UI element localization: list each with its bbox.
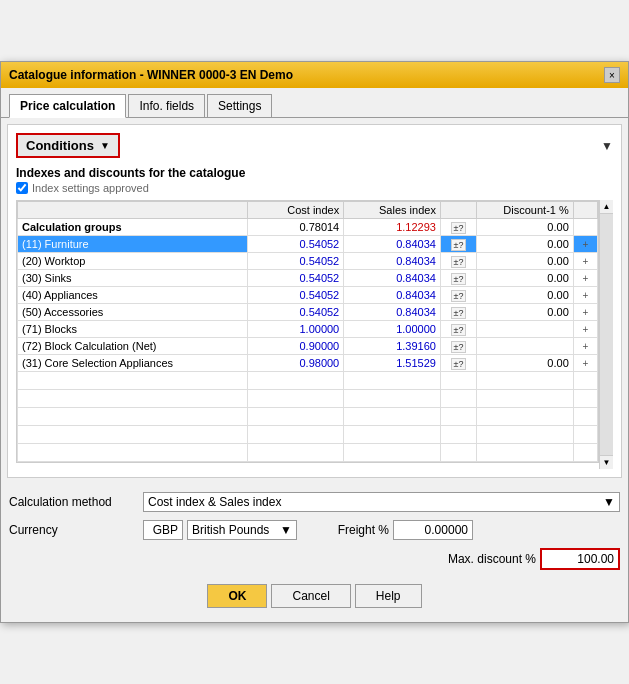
row-sales-index: 0.84034 [344,287,441,304]
row-label: (50) Accessories [18,304,248,321]
row-discount: 0.00 [477,253,574,270]
freight-label: Freight % [309,523,389,537]
currency-name-dropdown[interactable]: British Pounds ▼ [187,520,297,540]
scroll-up-button[interactable]: ▲ [600,200,613,214]
row-plus-btn[interactable]: + [573,321,597,338]
col-header-sales-index: Sales index [344,202,441,219]
calc-method-row: Calculation method Cost index & Sales in… [9,492,620,512]
row-plus-btn[interactable]: + [573,287,597,304]
row-label: (71) Blocks [18,321,248,338]
index-approved-checkbox[interactable] [16,182,28,194]
row-sales-index: 0.84034 [344,270,441,287]
title-bar: Catalogue information - WINNER 0000-3 EN… [1,62,628,88]
calc-groups-discount: 0.00 [477,219,574,236]
row-cost-index: 0.54052 [247,304,344,321]
main-window: Catalogue information - WINNER 0000-3 EN… [0,61,629,623]
conditions-button[interactable]: Conditions ▼ [16,133,120,158]
index-approved-row: Index settings approved [16,182,613,194]
cancel-button[interactable]: Cancel [271,584,350,608]
row-pm[interactable]: ±? [440,304,476,321]
row-label: (30) Sinks [18,270,248,287]
tab-info-fields[interactable]: Info. fields [128,94,205,117]
chevron-down-icon: ▼ [280,523,292,537]
table-row[interactable]: (40) Appliances 0.54052 0.84034 ±? 0.00 … [18,287,598,304]
row-plus-btn[interactable]: + [573,270,597,287]
conditions-row: Conditions ▼ ▼ [16,133,613,158]
currency-label: Currency [9,523,139,537]
row-pm[interactable]: ±? [440,287,476,304]
table-row-empty [18,372,598,390]
table-row-empty [18,444,598,462]
row-sales-index: 0.84034 [344,304,441,321]
calc-groups-sales: 1.12293 [344,219,441,236]
row-discount: 0.00 [477,287,574,304]
row-discount: 0.00 [477,236,574,253]
scroll-track [600,214,613,455]
row-cost-index: 0.54052 [247,236,344,253]
close-button[interactable]: × [604,67,620,83]
col-header-cost-index: Cost index [247,202,344,219]
currency-group: British Pounds ▼ [143,520,297,540]
chevron-down-icon: ▼ [603,495,615,509]
row-sales-index: 1.39160 [344,338,441,355]
calc-groups-cost: 0.78014 [247,219,344,236]
row-sales-index: 0.84034 [344,236,441,253]
table-row[interactable]: (72) Block Calculation (Net) 0.90000 1.3… [18,338,598,355]
table-wrapper: Cost index Sales index Discount-1 % Calc… [16,200,613,469]
table-row[interactable]: (20) Worktop 0.54052 0.84034 ±? 0.00 + [18,253,598,270]
row-discount: 0.00 [477,270,574,287]
table-row[interactable]: (71) Blocks 1.00000 1.00000 ±? + [18,321,598,338]
row-sales-index: 1.00000 [344,321,441,338]
row-discount [477,338,574,355]
row-pm[interactable]: ±? [440,236,476,253]
row-discount: 0.00 [477,304,574,321]
row-pm[interactable]: ±? [440,355,476,372]
calc-groups-pm[interactable]: ±? [440,219,476,236]
col-header-group [18,202,248,219]
col-header-pm [440,202,476,219]
row-plus-btn[interactable]: + [573,236,597,253]
row-discount [477,321,574,338]
tab-price-calculation[interactable]: Price calculation [9,94,126,118]
table-row-empty [18,426,598,444]
row-plus-btn[interactable]: + [573,304,597,321]
section-title: Indexes and discounts for the catalogue [16,166,613,180]
row-label: (72) Block Calculation (Net) [18,338,248,355]
table-row[interactable]: (30) Sinks 0.54052 0.84034 ±? 0.00 + [18,270,598,287]
scroll-down-button[interactable]: ▼ [600,455,613,469]
row-sales-index: 1.51529 [344,355,441,372]
row-cost-index: 0.90000 [247,338,344,355]
table-row-empty [18,390,598,408]
help-button[interactable]: Help [355,584,422,608]
freight-input[interactable] [393,520,473,540]
currency-code-field[interactable] [143,520,183,540]
row-cost-index: 0.54052 [247,287,344,304]
table-row-empty [18,408,598,426]
row-cost-index: 0.54052 [247,253,344,270]
row-label: (20) Worktop [18,253,248,270]
ok-button[interactable]: OK [207,584,267,608]
row-pm[interactable]: ±? [440,321,476,338]
calc-method-dropdown[interactable]: Cost index & Sales index ▼ [143,492,620,512]
calc-groups-row: Calculation groups 0.78014 1.12293 ±? 0.… [18,219,598,236]
row-cost-index: 0.98000 [247,355,344,372]
row-label: (40) Appliances [18,287,248,304]
table-row[interactable]: (31) Core Selection Appliances 0.98000 1… [18,355,598,372]
row-pm[interactable]: ±? [440,338,476,355]
row-plus-btn[interactable]: + [573,355,597,372]
max-discount-label: Max. discount % [448,552,536,566]
row-pm[interactable]: ±? [440,270,476,287]
row-plus-btn[interactable]: + [573,338,597,355]
row-cost-index: 1.00000 [247,321,344,338]
index-table: Cost index Sales index Discount-1 % Calc… [16,200,599,463]
max-discount-input[interactable] [540,548,620,570]
freight-group: Freight % [309,520,473,540]
row-discount: 0.00 [477,355,574,372]
row-plus-btn[interactable]: + [573,253,597,270]
row-pm[interactable]: ±? [440,253,476,270]
table-row[interactable]: (11) Furniture 0.54052 0.84034 ±? 0.00 + [18,236,598,253]
table-scrollbar[interactable]: ▲ ▼ [599,200,613,469]
table-row[interactable]: (50) Accessories 0.54052 0.84034 ±? 0.00… [18,304,598,321]
tab-settings[interactable]: Settings [207,94,272,117]
row-label: (11) Furniture [18,236,248,253]
